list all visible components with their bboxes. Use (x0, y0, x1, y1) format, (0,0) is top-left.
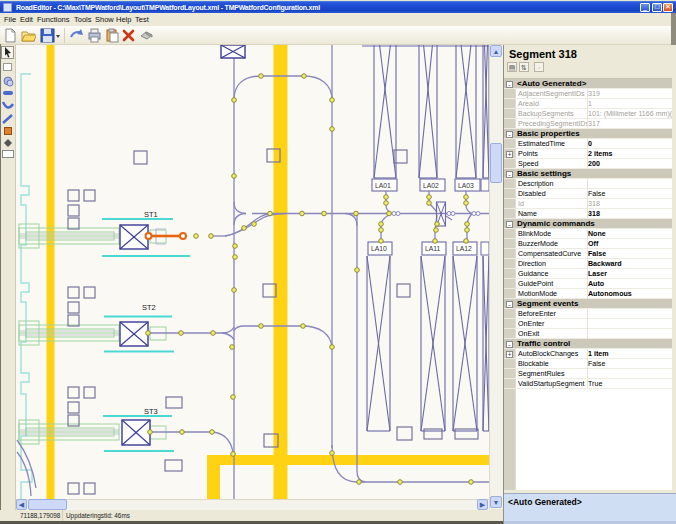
svg-text:LA12: LA12 (456, 245, 472, 252)
svg-text:LA02: LA02 (423, 182, 439, 189)
svg-text:ST3: ST3 (144, 407, 158, 416)
svg-text:ST2: ST2 (142, 303, 156, 312)
svg-text:LA03: LA03 (458, 182, 474, 189)
svg-text:ST1: ST1 (144, 210, 158, 219)
svg-text:LA10: LA10 (371, 245, 387, 252)
svg-text:LA01: LA01 (375, 182, 391, 189)
svg-text:LA11: LA11 (425, 245, 441, 252)
